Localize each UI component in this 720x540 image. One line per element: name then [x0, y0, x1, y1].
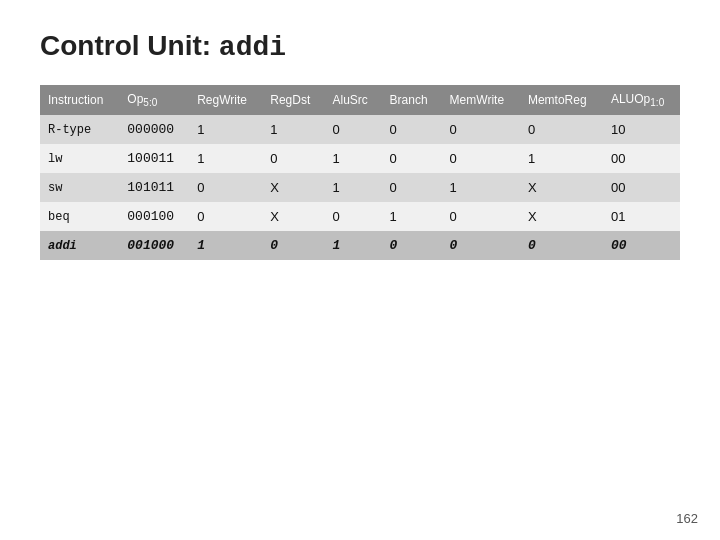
- table-cell: sw: [40, 173, 119, 202]
- table-cell: 0: [189, 202, 262, 231]
- page-container: Control Unit: addi Instruction Op5:0 Reg…: [0, 0, 720, 280]
- col-header-memtoreg: MemtoReg: [520, 85, 603, 115]
- col-header-aluop: ALUOp1:0: [603, 85, 680, 115]
- table-cell: 0: [325, 115, 382, 144]
- page-title: Control Unit: addi: [40, 30, 680, 63]
- table-cell: 001000: [119, 231, 189, 260]
- table-header-row: Instruction Op5:0 RegWrite RegDst AluSrc…: [40, 85, 680, 115]
- table-cell: 10: [603, 115, 680, 144]
- table-cell: R-type: [40, 115, 119, 144]
- table-cell: X: [520, 173, 603, 202]
- col-header-regwrite: RegWrite: [189, 85, 262, 115]
- table-cell: 1: [262, 115, 324, 144]
- table-cell: 0: [442, 202, 520, 231]
- table-cell: 00: [603, 173, 680, 202]
- table-cell: 1: [325, 231, 382, 260]
- table-cell: 0: [382, 231, 442, 260]
- table-cell: 1: [442, 173, 520, 202]
- table-cell: 100011: [119, 144, 189, 173]
- table-cell: 1: [325, 144, 382, 173]
- table-cell: 0: [442, 144, 520, 173]
- table-cell: 0: [325, 202, 382, 231]
- table-cell: 0: [442, 231, 520, 260]
- table-cell: 000000: [119, 115, 189, 144]
- table-cell: 1: [189, 144, 262, 173]
- table-row: addi00100010100000: [40, 231, 680, 260]
- table-cell: addi: [40, 231, 119, 260]
- table-cell: lw: [40, 144, 119, 173]
- table-cell: 0: [189, 173, 262, 202]
- col-header-memwrite: MemWrite: [442, 85, 520, 115]
- table-cell: beq: [40, 202, 119, 231]
- table-cell: 0: [442, 115, 520, 144]
- title-code: addi: [219, 32, 286, 63]
- table-cell: 0: [262, 231, 324, 260]
- table-cell: 1: [189, 231, 262, 260]
- col-header-regdst: RegDst: [262, 85, 324, 115]
- table-cell: 0: [382, 144, 442, 173]
- table-cell: X: [520, 202, 603, 231]
- page-number: 162: [676, 511, 698, 526]
- table-cell: 00: [603, 231, 680, 260]
- table-cell: 000100: [119, 202, 189, 231]
- title-prefix: Control Unit:: [40, 30, 219, 61]
- table-cell: 0: [262, 144, 324, 173]
- table-cell: 1: [382, 202, 442, 231]
- col-header-branch: Branch: [382, 85, 442, 115]
- table-row: sw1010110X101X00: [40, 173, 680, 202]
- table-cell: 01: [603, 202, 680, 231]
- table-row: R-type00000011000010: [40, 115, 680, 144]
- table-cell: 0: [382, 115, 442, 144]
- table-cell: X: [262, 173, 324, 202]
- table-cell: 0: [520, 231, 603, 260]
- col-header-instruction: Instruction: [40, 85, 119, 115]
- col-header-alusrc: AluSrc: [325, 85, 382, 115]
- table-cell: 00: [603, 144, 680, 173]
- table-cell: 0: [382, 173, 442, 202]
- table-cell: 1: [520, 144, 603, 173]
- table-cell: 0: [520, 115, 603, 144]
- table-cell: X: [262, 202, 324, 231]
- table-cell: 101011: [119, 173, 189, 202]
- table-row: lw10001110100100: [40, 144, 680, 173]
- table-cell: 1: [325, 173, 382, 202]
- col-header-op: Op5:0: [119, 85, 189, 115]
- table-cell: 1: [189, 115, 262, 144]
- table-row: beq0001000X010X01: [40, 202, 680, 231]
- control-unit-table: Instruction Op5:0 RegWrite RegDst AluSrc…: [40, 85, 680, 260]
